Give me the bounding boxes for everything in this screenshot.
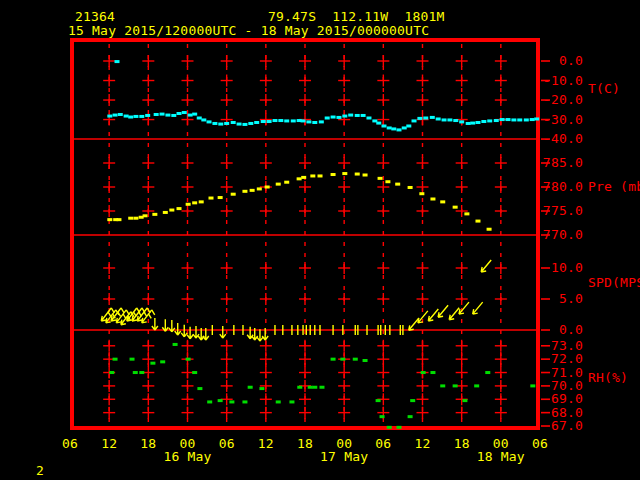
- wind-tick-label: 10.0: [535, 261, 583, 274]
- rh-tick-label: 67.0: [535, 419, 583, 432]
- rh-tick-label: 70.0: [535, 379, 583, 392]
- wind-barbs: [101, 260, 491, 341]
- page-number: 2: [36, 464, 44, 477]
- time-tick-label: 12: [97, 437, 121, 450]
- meteogram-screen: 21364 79.47S 112.11W 1801M 15 May 2015/1…: [0, 0, 640, 480]
- arrow-down-left: [438, 305, 448, 317]
- arrow-down-left: [449, 308, 459, 320]
- wind-axis-title: SPD(MPS): [588, 276, 640, 289]
- arrow-down: [175, 323, 181, 335]
- rh-tick-label: 69.0: [535, 392, 583, 405]
- date-label: 18 May: [473, 450, 529, 463]
- temp-tick-label: 0.0: [535, 54, 583, 67]
- time-tick-label: 06: [528, 437, 552, 450]
- arrow-down: [220, 326, 226, 338]
- temp-tick-label: -20.0: [535, 93, 583, 106]
- temp-tick-label: -10.0: [535, 74, 583, 87]
- rh-axis-title: RH(%): [588, 371, 628, 384]
- time-tick-label: 18: [136, 437, 160, 450]
- wind-tick-label: 0.0: [535, 323, 583, 336]
- time-tick-label: 06: [371, 437, 395, 450]
- arrow-down-left: [473, 302, 483, 314]
- rh-tick-label: 68.0: [535, 406, 583, 419]
- date-label: 16 May: [160, 450, 216, 463]
- temp-tick-label: -40.0: [535, 132, 583, 145]
- temp-axis-title: T(C): [588, 82, 620, 95]
- humidity-series: [109, 343, 535, 429]
- arrow-down-left: [481, 260, 491, 272]
- arrow-down: [181, 325, 187, 337]
- pressure-series: [107, 172, 491, 231]
- arrow-down-left: [459, 302, 469, 314]
- arrow-down-left: [428, 309, 438, 321]
- time-tick-label: 18: [450, 437, 474, 450]
- arrow-down: [257, 329, 263, 341]
- time-tick-label: 06: [215, 437, 239, 450]
- arrow-down: [152, 318, 158, 330]
- temperature-series: [107, 111, 539, 131]
- rh-tick-label: 73.0: [535, 339, 583, 352]
- pres-tick-label: 770.0: [535, 228, 583, 241]
- time-tick-label: 18: [293, 437, 317, 450]
- time-tick-label: 12: [254, 437, 278, 450]
- wind-tick-label: 5.0: [535, 292, 583, 305]
- grid: [70, 44, 550, 426]
- time-tick-label: 12: [411, 437, 435, 450]
- rh-tick-label: 71.0: [535, 366, 583, 379]
- arrow-down-left: [409, 318, 419, 330]
- pressure-axis-title: Pre (mb): [588, 180, 640, 193]
- date-label: 17 May: [316, 450, 372, 463]
- arrow-down: [162, 319, 168, 331]
- pres-tick-label: 785.0: [535, 156, 583, 169]
- temperature-outlier: [115, 60, 120, 63]
- rh-tick-label: 72.0: [535, 352, 583, 365]
- pres-tick-label: 780.0: [535, 180, 583, 193]
- arrow-down: [169, 320, 175, 332]
- pres-tick-label: 775.0: [535, 204, 583, 217]
- time-tick-label: 06: [58, 437, 82, 450]
- temp-tick-label: -30.0: [535, 113, 583, 126]
